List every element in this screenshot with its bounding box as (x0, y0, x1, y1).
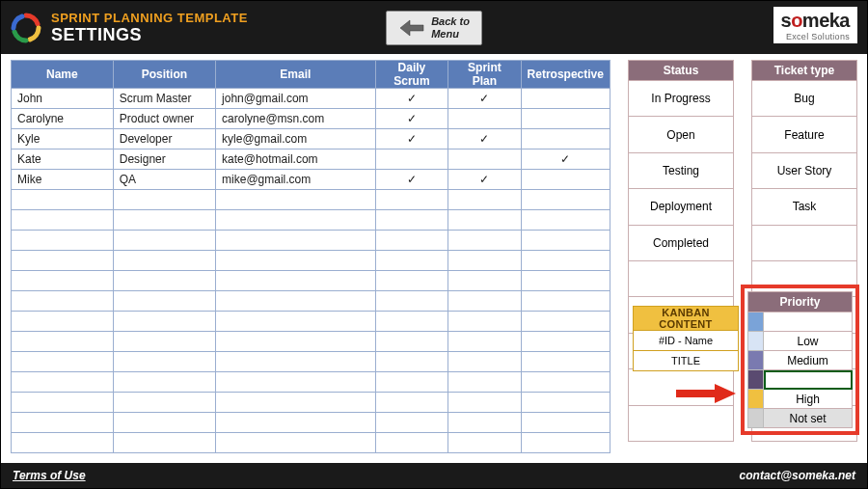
cell-empty[interactable] (375, 190, 448, 210)
cell-email[interactable]: kate@hotmail.com (216, 149, 376, 170)
col-header-retro[interactable]: Retrospective (521, 61, 610, 89)
cell-empty[interactable] (521, 393, 610, 413)
priority-swatch[interactable] (748, 390, 764, 409)
cell-retro[interactable] (521, 170, 610, 190)
cell-empty[interactable] (448, 352, 521, 372)
cell-empty[interactable] (12, 210, 114, 231)
cell-empty[interactable] (113, 271, 215, 291)
priority-label[interactable] (764, 312, 853, 332)
cell-empty[interactable] (12, 251, 114, 271)
cell-name[interactable]: John (12, 89, 114, 109)
cell-empty[interactable] (448, 190, 521, 210)
cell-empty[interactable] (216, 312, 376, 332)
ticket-cell[interactable]: Bug (752, 81, 857, 117)
cell-empty[interactable] (216, 231, 376, 251)
cell-empty[interactable] (375, 433, 448, 453)
cell-empty[interactable] (12, 413, 114, 433)
priority-swatch[interactable] (748, 332, 764, 351)
cell-email[interactable]: kyle@gmail.com (216, 129, 376, 149)
cell-position[interactable]: Product owner (113, 109, 215, 129)
cell-empty[interactable] (521, 190, 610, 210)
priority-label[interactable]: High (764, 390, 853, 409)
col-header-daily[interactable]: Daily Scrum (375, 61, 448, 89)
cell-empty[interactable] (216, 190, 376, 210)
cell-empty[interactable] (12, 433, 114, 453)
status-cell[interactable]: Testing (629, 152, 734, 188)
cell-empty[interactable] (521, 372, 610, 393)
cell-empty[interactable] (12, 372, 114, 393)
cell-empty[interactable] (113, 352, 215, 372)
priority-swatch[interactable] (748, 351, 764, 370)
cell-empty[interactable] (375, 312, 448, 332)
cell-sprint[interactable] (448, 149, 521, 170)
priority-label[interactable]: Low (764, 332, 853, 351)
cell-name[interactable]: Carolyne (12, 109, 114, 129)
cell-empty[interactable] (113, 393, 215, 413)
cell-empty[interactable] (375, 210, 448, 231)
cell-empty[interactable] (448, 251, 521, 271)
cell-empty[interactable] (448, 332, 521, 352)
col-header-sprint[interactable]: Sprint Plan (448, 61, 521, 89)
cell-empty[interactable] (375, 413, 448, 433)
cell-email[interactable]: john@gmail.com (216, 89, 376, 109)
cell-position[interactable]: Designer (113, 149, 215, 170)
cell-retro[interactable] (521, 129, 610, 149)
cell-name[interactable]: Kyle (12, 129, 114, 149)
priority-swatch[interactable] (748, 409, 764, 428)
cell-empty[interactable] (12, 190, 114, 210)
cell-sprint[interactable]: ✓ (448, 89, 521, 109)
ticket-cell-empty[interactable] (752, 225, 857, 260)
cell-empty[interactable] (448, 413, 521, 433)
cell-empty[interactable] (113, 312, 215, 332)
cell-empty[interactable] (12, 393, 114, 413)
status-cell[interactable]: Open (629, 117, 734, 152)
col-header-email[interactable]: Email (216, 61, 376, 89)
cell-empty[interactable] (448, 312, 521, 332)
cell-empty[interactable] (216, 251, 376, 271)
cell-empty[interactable] (375, 271, 448, 291)
cell-empty[interactable] (113, 332, 215, 352)
ticket-header[interactable]: Ticket type (752, 61, 857, 81)
ticket-cell[interactable]: Task (752, 189, 857, 225)
cell-name[interactable]: Mike (12, 170, 114, 190)
kanban-header[interactable]: KANBAN CONTENT (634, 307, 739, 331)
terms-link[interactable]: Terms of Use (13, 469, 86, 482)
cell-empty[interactable] (521, 210, 610, 231)
cell-empty[interactable] (375, 352, 448, 372)
cell-empty[interactable] (521, 291, 610, 312)
cell-empty[interactable] (521, 312, 610, 332)
cell-sprint[interactable]: ✓ (448, 129, 521, 149)
cell-empty[interactable] (12, 291, 114, 312)
cell-empty[interactable] (521, 332, 610, 352)
cell-empty[interactable] (448, 210, 521, 231)
status-cell-empty[interactable] (629, 405, 734, 441)
cell-empty[interactable] (113, 372, 215, 393)
col-header-name[interactable]: Name (12, 61, 114, 89)
cell-position[interactable]: Scrum Master (113, 89, 215, 109)
cell-daily[interactable] (375, 149, 448, 170)
priority-header[interactable]: Priority (748, 292, 853, 312)
cell-empty[interactable] (12, 271, 114, 291)
cell-sprint[interactable] (448, 109, 521, 129)
status-cell[interactable]: In Progress (629, 81, 734, 117)
status-cell[interactable]: Completed (629, 225, 734, 260)
ticket-cell[interactable]: Feature (752, 117, 857, 152)
cell-position[interactable]: QA (113, 170, 215, 190)
cell-empty[interactable] (448, 372, 521, 393)
cell-empty[interactable] (521, 413, 610, 433)
cell-empty[interactable] (375, 231, 448, 251)
priority-swatch[interactable] (748, 370, 764, 390)
cell-empty[interactable] (12, 231, 114, 251)
status-cell[interactable]: Deployment (629, 189, 734, 225)
cell-empty[interactable] (521, 271, 610, 291)
cell-empty[interactable] (375, 291, 448, 312)
cell-empty[interactable] (375, 372, 448, 393)
kanban-cell[interactable]: TITLE (634, 351, 739, 371)
cell-empty[interactable] (113, 251, 215, 271)
cell-empty[interactable] (375, 393, 448, 413)
cell-empty[interactable] (375, 251, 448, 271)
kanban-cell[interactable]: #ID - Name (634, 331, 739, 351)
cell-empty[interactable] (448, 393, 521, 413)
cell-empty[interactable] (216, 372, 376, 393)
cell-empty[interactable] (375, 332, 448, 352)
